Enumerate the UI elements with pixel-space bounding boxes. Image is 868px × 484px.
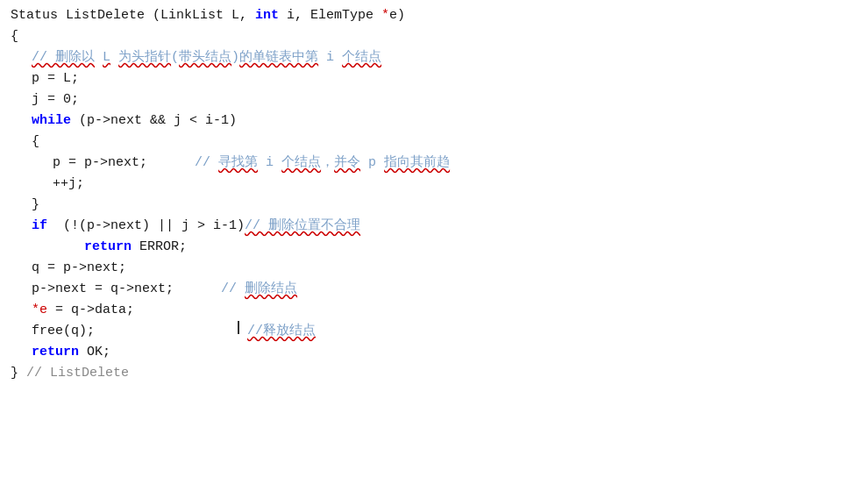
code-text: { <box>32 132 39 153</box>
code-comment: p <box>360 153 384 174</box>
code-comment: // 删除位置不合理 <box>245 216 360 237</box>
code-line-17: } // ListDelete <box>11 363 857 384</box>
code-comment: i <box>318 47 342 68</box>
code-comment: //释放结点 <box>247 321 316 342</box>
code-line-7: p = p->next; // 寻找第 i 个结点，并令 p 指向其前趋 <box>11 153 857 174</box>
code-comment: // <box>195 153 218 174</box>
code-text: p = L; <box>32 68 79 89</box>
code-line-14: *e = q->data; <box>11 300 857 321</box>
code-text: * <box>381 5 389 26</box>
code-line-12: q = p->next; <box>11 258 857 279</box>
keyword-return: return <box>53 237 132 258</box>
code-line-3: p = L; <box>11 68 857 89</box>
code-comment: 指向其前趋 <box>384 153 450 174</box>
code-text: (p->next && j < i-1) <box>71 110 237 132</box>
code-comment <box>95 47 103 68</box>
code-line-1: { <box>11 26 857 47</box>
code-text: } <box>11 363 26 384</box>
code-text: } <box>32 195 39 216</box>
code-comment: ) <box>231 47 239 68</box>
code-text: = q->data; <box>47 300 134 321</box>
code-comment: ， <box>321 153 334 174</box>
code-comment: 个结点 <box>342 47 381 68</box>
code-comment: i <box>258 153 281 174</box>
keyword-return: return <box>32 342 79 363</box>
code-comment: // <box>221 279 245 300</box>
code-text: p = p->next; <box>53 153 195 174</box>
code-text: q = p->next; <box>32 258 126 279</box>
code-comment: 删除结点 <box>245 279 297 300</box>
code-line-15: free(q); //释放结点 <box>11 321 857 342</box>
code-text: p->next = q->next; <box>32 279 221 300</box>
code-line-9: } <box>11 195 857 216</box>
code-text: ERROR; <box>132 237 187 258</box>
code-line-10: if (!(p->next) || j > i-1)// 删除位置不合理 <box>11 216 857 237</box>
code-line-2: // 删除以 L 为头指针(带头结点)的单链表中第 i 个结点 <box>11 47 857 68</box>
code-comment: ( <box>171 47 179 68</box>
code-line-6: { <box>11 132 857 153</box>
code-line-8: ++j; <box>11 174 857 195</box>
code-line-13: p->next = q->next; // 删除结点 <box>11 279 857 300</box>
code-text: *e <box>32 300 47 321</box>
code-comment: 寻找第 <box>218 153 258 174</box>
code-text: e) <box>389 5 405 26</box>
code-comment <box>239 321 247 342</box>
code-comment: // 删除以 <box>32 47 95 68</box>
code-line-11: return ERROR; <box>11 237 857 258</box>
code-line-0: Status ListDelete (LinkList L, int i, El… <box>11 5 857 26</box>
code-comment: 为头指针 <box>118 47 171 68</box>
code-text: free(q); <box>32 321 237 342</box>
keyword-while: while <box>32 110 71 132</box>
code-line-5: while (p->next && j < i-1) <box>11 110 857 132</box>
code-comment: 个结点 <box>281 153 321 174</box>
code-text: OK; <box>79 342 110 363</box>
code-comment: L <box>103 47 110 68</box>
keyword-if: if <box>32 216 47 237</box>
code-text: (!(p->next) || j > i-1) <box>47 216 245 237</box>
code-text: Status ListDelete (LinkList L, <box>11 5 255 26</box>
code-text: { <box>11 26 18 47</box>
code-editor: Status ListDelete (LinkList L, int i, El… <box>0 0 868 484</box>
keyword-int: int <box>255 5 279 26</box>
code-line-16: return OK; <box>11 342 857 363</box>
code-line-4: j = 0; <box>11 89 857 110</box>
code-comment: 带头结点 <box>179 47 231 68</box>
code-text: i, ElemType <box>279 5 381 26</box>
code-comment <box>110 47 118 68</box>
code-comment: // ListDelete <box>26 363 129 384</box>
code-comment: 的单链表中第 <box>239 47 318 68</box>
code-comment: 并令 <box>334 153 360 174</box>
code-text: j = 0; <box>32 89 79 110</box>
code-text: ++j; <box>53 174 84 195</box>
